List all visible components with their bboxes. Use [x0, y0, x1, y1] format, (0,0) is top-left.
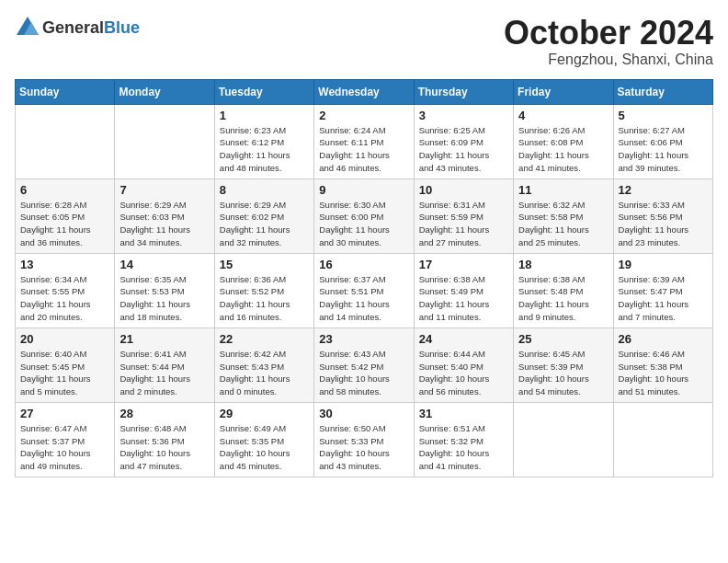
- day-info: Sunrise: 6:38 AM Sunset: 5:48 PM Dayligh…: [518, 273, 608, 324]
- day-number: 16: [319, 258, 408, 271]
- day-number: 20: [20, 332, 109, 346]
- logo-icon: [15, 15, 40, 40]
- day-number: 26: [619, 332, 708, 346]
- day-info: Sunrise: 6:29 AM Sunset: 6:03 PM Dayligh…: [119, 199, 209, 249]
- day-info: Sunrise: 6:29 AM Sunset: 6:02 PM Dayligh…: [220, 199, 309, 249]
- calendar-cell: 6Sunrise: 6:28 AM Sunset: 6:05 PM Daylig…: [16, 178, 115, 253]
- day-number: 13: [20, 258, 109, 271]
- day-info: Sunrise: 6:25 AM Sunset: 6:09 PM Dayligh…: [419, 124, 508, 175]
- day-number: 9: [319, 183, 408, 197]
- day-info: Sunrise: 6:47 AM Sunset: 5:37 PM Dayligh…: [20, 422, 109, 473]
- day-number: 27: [20, 407, 109, 420]
- calendar-cell: 9Sunrise: 6:30 AM Sunset: 6:00 PM Daylig…: [314, 178, 414, 253]
- header-day-wednesday: Wednesday: [314, 79, 414, 104]
- day-info: Sunrise: 6:34 AM Sunset: 5:55 PM Dayligh…: [20, 273, 109, 324]
- day-number: 19: [619, 258, 708, 271]
- calendar-table: SundayMondayTuesdayWednesdayThursdayFrid…: [15, 79, 713, 477]
- calendar-cell: 31Sunrise: 6:51 AM Sunset: 5:32 PM Dayli…: [414, 402, 513, 477]
- day-info: Sunrise: 6:24 AM Sunset: 6:11 PM Dayligh…: [319, 124, 408, 175]
- day-info: Sunrise: 6:43 AM Sunset: 5:42 PM Dayligh…: [319, 348, 408, 398]
- calendar-cell: 24Sunrise: 6:44 AM Sunset: 5:40 PM Dayli…: [414, 327, 513, 402]
- day-number: 15: [220, 258, 309, 271]
- calendar-cell: 25Sunrise: 6:45 AM Sunset: 5:39 PM Dayli…: [514, 327, 613, 402]
- calendar-week-row: 20Sunrise: 6:40 AM Sunset: 5:45 PM Dayli…: [16, 327, 713, 402]
- calendar-week-row: 27Sunrise: 6:47 AM Sunset: 5:37 PM Dayli…: [16, 402, 713, 477]
- calendar-cell: 29Sunrise: 6:49 AM Sunset: 5:35 PM Dayli…: [214, 402, 313, 477]
- header-day-thursday: Thursday: [414, 79, 513, 104]
- day-info: Sunrise: 6:45 AM Sunset: 5:39 PM Dayligh…: [518, 348, 608, 398]
- day-number: 1: [220, 109, 309, 122]
- day-number: 29: [220, 407, 309, 420]
- calendar-cell: 18Sunrise: 6:38 AM Sunset: 5:48 PM Dayli…: [514, 253, 613, 327]
- logo: GeneralBlue: [15, 15, 140, 40]
- calendar-cell: 14Sunrise: 6:35 AM Sunset: 5:53 PM Dayli…: [115, 253, 214, 327]
- day-info: Sunrise: 6:40 AM Sunset: 5:45 PM Dayligh…: [20, 348, 109, 398]
- day-number: 4: [518, 109, 608, 122]
- day-info: Sunrise: 6:28 AM Sunset: 6:05 PM Dayligh…: [20, 199, 109, 249]
- day-info: Sunrise: 6:39 AM Sunset: 5:47 PM Dayligh…: [619, 273, 708, 324]
- day-number: 8: [220, 183, 309, 197]
- day-number: 21: [119, 332, 209, 346]
- calendar-week-row: 1Sunrise: 6:23 AM Sunset: 6:12 PM Daylig…: [16, 104, 713, 178]
- day-number: 22: [220, 332, 309, 346]
- day-info: Sunrise: 6:37 AM Sunset: 5:51 PM Dayligh…: [319, 273, 408, 324]
- logo-general-text: General: [42, 18, 104, 37]
- calendar-cell: 1Sunrise: 6:23 AM Sunset: 6:12 PM Daylig…: [214, 104, 313, 178]
- calendar-cell: 23Sunrise: 6:43 AM Sunset: 5:42 PM Dayli…: [314, 327, 414, 402]
- day-number: 11: [518, 183, 608, 197]
- day-number: 6: [20, 183, 109, 197]
- day-info: Sunrise: 6:33 AM Sunset: 5:56 PM Dayligh…: [619, 199, 708, 249]
- header-day-saturday: Saturday: [613, 79, 712, 104]
- calendar-cell: [514, 402, 613, 477]
- day-info: Sunrise: 6:44 AM Sunset: 5:40 PM Dayligh…: [419, 348, 508, 398]
- day-number: 3: [419, 109, 508, 122]
- day-number: 31: [419, 407, 508, 420]
- calendar-cell: 3Sunrise: 6:25 AM Sunset: 6:09 PM Daylig…: [414, 104, 513, 178]
- day-number: 18: [518, 258, 608, 271]
- header-day-friday: Friday: [514, 79, 613, 104]
- calendar-cell: 12Sunrise: 6:33 AM Sunset: 5:56 PM Dayli…: [613, 178, 712, 253]
- calendar-cell: [16, 104, 115, 178]
- calendar-cell: 21Sunrise: 6:41 AM Sunset: 5:44 PM Dayli…: [115, 327, 214, 402]
- calendar-cell: 17Sunrise: 6:38 AM Sunset: 5:49 PM Dayli…: [414, 253, 513, 327]
- calendar-cell: 4Sunrise: 6:26 AM Sunset: 6:08 PM Daylig…: [514, 104, 613, 178]
- header-day-sunday: Sunday: [16, 79, 115, 104]
- day-info: Sunrise: 6:42 AM Sunset: 5:43 PM Dayligh…: [220, 348, 309, 398]
- calendar-cell: 28Sunrise: 6:48 AM Sunset: 5:36 PM Dayli…: [115, 402, 214, 477]
- calendar-cell: 30Sunrise: 6:50 AM Sunset: 5:33 PM Dayli…: [314, 402, 414, 477]
- calendar-cell: 16Sunrise: 6:37 AM Sunset: 5:51 PM Dayli…: [314, 253, 414, 327]
- calendar-cell: 26Sunrise: 6:46 AM Sunset: 5:38 PM Dayli…: [613, 327, 712, 402]
- day-number: 30: [319, 407, 408, 420]
- calendar-week-row: 13Sunrise: 6:34 AM Sunset: 5:55 PM Dayli…: [16, 253, 713, 327]
- calendar-cell: 7Sunrise: 6:29 AM Sunset: 6:03 PM Daylig…: [115, 178, 214, 253]
- day-number: 7: [119, 183, 209, 197]
- day-info: Sunrise: 6:38 AM Sunset: 5:49 PM Dayligh…: [419, 273, 508, 324]
- calendar-cell: [613, 402, 712, 477]
- day-info: Sunrise: 6:51 AM Sunset: 5:32 PM Dayligh…: [419, 422, 508, 473]
- day-info: Sunrise: 6:23 AM Sunset: 6:12 PM Dayligh…: [220, 124, 309, 175]
- day-number: 24: [419, 332, 508, 346]
- calendar-cell: 13Sunrise: 6:34 AM Sunset: 5:55 PM Dayli…: [16, 253, 115, 327]
- day-number: 23: [319, 332, 408, 346]
- calendar-cell: 8Sunrise: 6:29 AM Sunset: 6:02 PM Daylig…: [214, 178, 313, 253]
- day-number: 12: [619, 183, 708, 197]
- day-info: Sunrise: 6:49 AM Sunset: 5:35 PM Dayligh…: [220, 422, 309, 473]
- calendar-cell: [115, 104, 214, 178]
- header-day-tuesday: Tuesday: [214, 79, 313, 104]
- day-info: Sunrise: 6:41 AM Sunset: 5:44 PM Dayligh…: [119, 348, 209, 398]
- day-number: 2: [319, 109, 408, 122]
- day-info: Sunrise: 6:27 AM Sunset: 6:06 PM Dayligh…: [619, 124, 708, 175]
- day-info: Sunrise: 6:30 AM Sunset: 6:00 PM Dayligh…: [319, 199, 408, 249]
- day-number: 17: [419, 258, 508, 271]
- day-info: Sunrise: 6:46 AM Sunset: 5:38 PM Dayligh…: [619, 348, 708, 398]
- calendar-week-row: 6Sunrise: 6:28 AM Sunset: 6:05 PM Daylig…: [16, 178, 713, 253]
- day-info: Sunrise: 6:48 AM Sunset: 5:36 PM Dayligh…: [119, 422, 209, 473]
- day-number: 28: [119, 407, 209, 420]
- logo-blue-text: Blue: [104, 18, 140, 37]
- calendar-cell: 27Sunrise: 6:47 AM Sunset: 5:37 PM Dayli…: [16, 402, 115, 477]
- day-info: Sunrise: 6:35 AM Sunset: 5:53 PM Dayligh…: [119, 273, 209, 324]
- day-number: 5: [619, 109, 708, 122]
- calendar-cell: 15Sunrise: 6:36 AM Sunset: 5:52 PM Dayli…: [214, 253, 313, 327]
- month-title: October 2024: [504, 15, 713, 52]
- calendar-cell: 11Sunrise: 6:32 AM Sunset: 5:58 PM Dayli…: [514, 178, 613, 253]
